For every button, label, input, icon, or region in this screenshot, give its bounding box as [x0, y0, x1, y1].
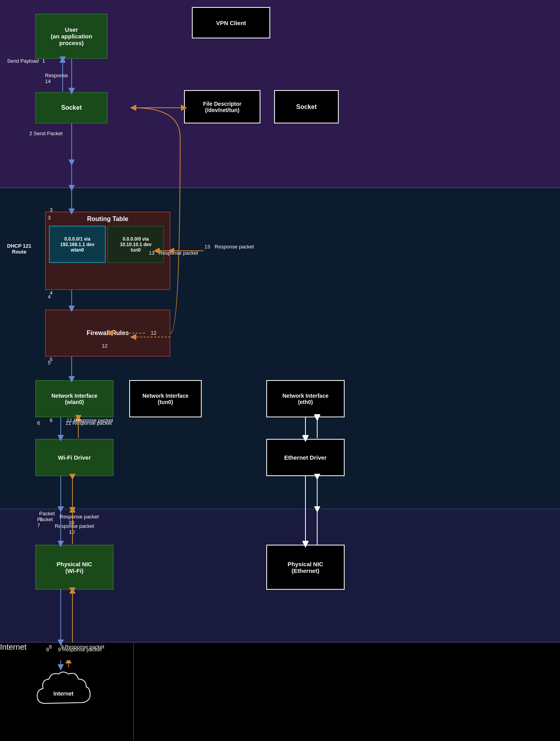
- kernel-section: Routing Table 0.0.0.0/1 via192.168.1.1 d…: [0, 188, 560, 509]
- num6-label: 6: [37, 420, 40, 426]
- route-2-label: 0.0.0.0/0 via10.10.10.1 devtun0: [120, 236, 152, 253]
- internet-section: Internet 8 9 Response packet Internet: [0, 643, 560, 741]
- network-interface-wlan0-box: Network Interface(wlan0): [35, 380, 114, 417]
- num4-label: 4: [48, 294, 51, 300]
- network-interface-tun0-label: Network Interface(tun0): [143, 393, 188, 405]
- svg-text:Internet: Internet: [53, 690, 74, 697]
- num9-label: 9 Response packet: [58, 647, 101, 652]
- file-descriptor-label: File Descriptor(/dev/net/tun): [203, 101, 241, 113]
- ethernet-driver-label: Ethernet Driver: [284, 454, 327, 461]
- socket-vpn-box: Socket: [274, 90, 339, 123]
- num1-label: 1: [42, 58, 45, 64]
- file-descriptor-box: File Descriptor(/dev/net/tun): [184, 90, 260, 123]
- socket-userland-box: Socket: [35, 92, 108, 123]
- physical-nic-ethernet-box: Physical NIC(Ethernet): [266, 545, 345, 590]
- physical-nic-ethernet-label: Physical NIC(Ethernet): [288, 561, 323, 574]
- socket-userland-label: Socket: [61, 104, 81, 111]
- firewall-rules-box: Firewall Rules: [45, 310, 170, 357]
- firewall-rules-title: Firewall Rules: [87, 330, 129, 337]
- socket-vpn-label: Socket: [296, 103, 316, 111]
- num11-label: 11 Response packet: [65, 420, 112, 426]
- internet-cloud: Internet: [25, 660, 112, 715]
- wifi-driver-box: Wi-Fi Driver: [35, 439, 114, 476]
- user-box: User(an applicationprocess): [35, 14, 108, 59]
- num2-label: 2 Send Packet: [29, 130, 63, 136]
- wifi-driver-label: Wi-Fi Driver: [58, 454, 91, 461]
- ethernet-driver-box: Ethernet Driver: [266, 439, 345, 476]
- num3-label: 3: [48, 215, 51, 221]
- num13-label: 13 Response packet: [149, 250, 198, 256]
- network-interface-wlan0-label: Network Interface(wlan0): [51, 393, 97, 405]
- send-payload-label: Send Payload: [7, 58, 39, 64]
- user-label: User(an applicationprocess): [51, 26, 92, 46]
- response-packet-10-label: Response packet 10: [55, 523, 94, 535]
- physical-nic-wifi-box: Physical NIC(Wi-Fi): [35, 545, 114, 590]
- route-1-label: 0.0.0.0/1 via192.168.1.1 devwlan0: [60, 236, 94, 253]
- network-interface-eth0-label: Network Interface(eth0): [282, 393, 328, 405]
- network-interface-tun0-box: Network Interface(tun0): [129, 380, 202, 417]
- vpn-client-label: VPN Client: [216, 20, 246, 26]
- packet-label: Packet7: [37, 516, 53, 528]
- route-1-box: 0.0.0.0/1 via192.168.1.1 devwlan0: [49, 226, 106, 263]
- userland-section: User(an applicationprocess) VPN Client S…: [0, 0, 560, 188]
- num5-label: 5: [48, 360, 51, 366]
- response-label: Response14: [45, 72, 68, 84]
- physical-nic-wifi-label: Physical NIC(Wi-Fi): [57, 561, 92, 574]
- num12-label: 12: [102, 343, 107, 349]
- vpn-client-box: VPN Client: [192, 7, 270, 38]
- network-interface-eth0-box: Network Interface(eth0): [266, 380, 345, 417]
- hardware-section: Packet7 Response packet 10 Physical NIC(…: [0, 509, 560, 643]
- dhcp-route-label: DHCP 121Route: [7, 243, 31, 255]
- num8-label: 8: [46, 647, 49, 652]
- routing-table-title: Routing Table: [49, 216, 166, 223]
- route-2-box: 0.0.0.0/0 via10.10.10.1 devtun0: [107, 226, 164, 263]
- internet-label: Internet: [0, 643, 27, 651]
